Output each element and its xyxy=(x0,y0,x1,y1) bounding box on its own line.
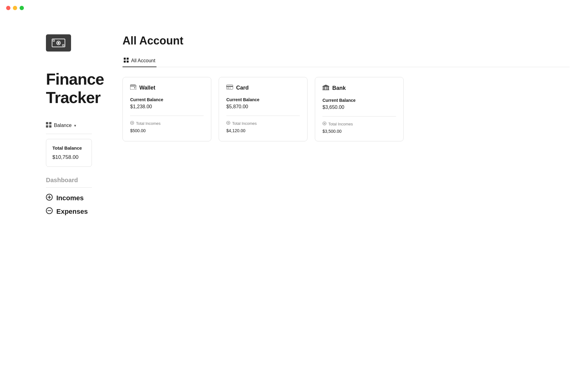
wallet-card-divider xyxy=(130,116,204,116)
view-selector-label: Balance xyxy=(54,123,72,128)
card-card-name: Card xyxy=(236,85,249,91)
bank-incomes-stat: Total Incomes xyxy=(322,121,396,126)
wallet-card: Wallet Current Balance $1,238.00 Total I… xyxy=(123,77,211,141)
wallet-balance-value: $1,238.00 xyxy=(130,104,204,109)
bank-balance-label: Current Balance xyxy=(322,98,396,103)
nav-item-incomes[interactable]: Incomes xyxy=(46,194,92,202)
page-title: Finance Tracker xyxy=(46,70,92,107)
minimize-button[interactable] xyxy=(13,6,17,10)
svg-rect-30 xyxy=(227,123,229,123)
maximize-button[interactable] xyxy=(20,6,24,10)
wallet-card-header: Wallet xyxy=(130,85,204,91)
wallet-balance-label: Current Balance xyxy=(130,97,204,102)
svg-rect-40 xyxy=(323,123,326,124)
wallet-card-name: Wallet xyxy=(139,85,155,91)
wallet-incomes-stat: Total Incomes xyxy=(130,121,204,126)
sidebar-divider-1 xyxy=(46,134,92,134)
dashboard-section: Dashboard xyxy=(46,177,92,188)
svg-rect-9 xyxy=(49,125,52,128)
app-icon xyxy=(46,34,71,52)
expenses-icon xyxy=(46,207,53,216)
bank-incomes-label: Total Incomes xyxy=(328,122,353,126)
svg-rect-6 xyxy=(46,122,48,125)
content-title: All Account xyxy=(123,34,570,47)
nav-item-incomes-label: Incomes xyxy=(56,194,84,202)
main-layout: Finance Tracker Balance ▾ Total Balance … xyxy=(0,0,588,368)
svg-rect-36 xyxy=(322,86,329,87)
balance-card-label: Total Balance xyxy=(52,145,85,151)
card-card: Card Current Balance $5,870.00 Total Inc… xyxy=(219,77,307,141)
tab-grid-icon xyxy=(124,58,129,63)
bank-card-name: Bank xyxy=(332,85,346,91)
grid-icon xyxy=(46,122,51,129)
svg-rect-31 xyxy=(322,90,329,90)
card-balance-label: Current Balance xyxy=(226,97,300,102)
wallet-incomes-value: $500.00 xyxy=(130,128,204,133)
svg-rect-4 xyxy=(53,40,55,41)
wallet-incomes-label: Total Incomes xyxy=(136,121,160,126)
wallet-icon xyxy=(130,85,136,91)
tab-all-account[interactable]: All Account xyxy=(123,55,156,67)
card-balance-value: $5,870.00 xyxy=(226,104,300,109)
bank-card-divider xyxy=(322,116,396,117)
svg-rect-16 xyxy=(127,58,129,60)
bank-incomes-icon xyxy=(322,121,326,126)
close-button[interactable] xyxy=(6,6,10,10)
content-area: All Account All Account xyxy=(104,16,588,368)
bank-card-header: Bank xyxy=(322,85,396,92)
tab-all-account-label: All Account xyxy=(131,58,155,63)
card-card-header: Card xyxy=(226,85,300,91)
svg-rect-27 xyxy=(230,88,231,88)
svg-rect-18 xyxy=(127,61,129,63)
svg-rect-5 xyxy=(62,44,64,46)
card-card-divider xyxy=(226,116,300,116)
svg-rect-17 xyxy=(124,61,126,63)
sidebar-divider-2 xyxy=(46,187,92,188)
titlebar xyxy=(0,0,588,16)
svg-rect-32 xyxy=(323,87,324,90)
svg-rect-25 xyxy=(226,86,233,87)
nav-item-expenses-label: Expenses xyxy=(56,208,88,216)
svg-rect-19 xyxy=(130,85,136,90)
bank-icon xyxy=(322,85,329,92)
svg-rect-35 xyxy=(328,87,329,90)
svg-point-3 xyxy=(58,42,59,44)
svg-rect-20 xyxy=(134,87,135,88)
svg-rect-12 xyxy=(47,197,51,197)
incomes-icon xyxy=(46,194,53,202)
nav-item-expenses[interactable]: Expenses xyxy=(46,207,92,216)
tabs-bar: All Account xyxy=(123,55,570,67)
chevron-down-icon: ▾ xyxy=(74,123,76,128)
svg-rect-14 xyxy=(47,210,51,211)
sidebar: Finance Tracker Balance ▾ Total Balance … xyxy=(0,16,104,368)
svg-rect-24 xyxy=(227,85,233,90)
money-icon xyxy=(52,39,65,47)
view-selector[interactable]: Balance ▾ xyxy=(46,122,92,129)
card-incomes-icon xyxy=(226,121,230,126)
card-icon xyxy=(226,85,233,91)
card-incomes-value: $4,120.00 xyxy=(226,128,300,133)
dashboard-label: Dashboard xyxy=(46,177,92,184)
svg-rect-7 xyxy=(49,122,52,125)
total-balance-card: Total Balance $10,758.00 xyxy=(46,139,92,167)
bank-balance-value: $3,650.00 xyxy=(322,105,396,110)
balance-card-value: $10,758.00 xyxy=(52,154,85,160)
bank-incomes-value: $3,500.00 xyxy=(322,129,396,134)
card-incomes-stat: Total Incomes xyxy=(226,121,300,126)
svg-rect-26 xyxy=(227,88,229,88)
svg-rect-8 xyxy=(46,125,48,128)
svg-marker-37 xyxy=(322,85,329,86)
svg-rect-34 xyxy=(326,87,327,90)
svg-rect-15 xyxy=(124,58,126,60)
card-incomes-label: Total Incomes xyxy=(232,121,257,126)
wallet-incomes-icon xyxy=(130,121,134,126)
svg-rect-23 xyxy=(131,123,133,123)
bank-card: Bank Current Balance $3,650.00 Total Inc… xyxy=(315,77,404,141)
cards-grid: Wallet Current Balance $1,238.00 Total I… xyxy=(123,77,570,141)
svg-rect-33 xyxy=(324,87,325,90)
